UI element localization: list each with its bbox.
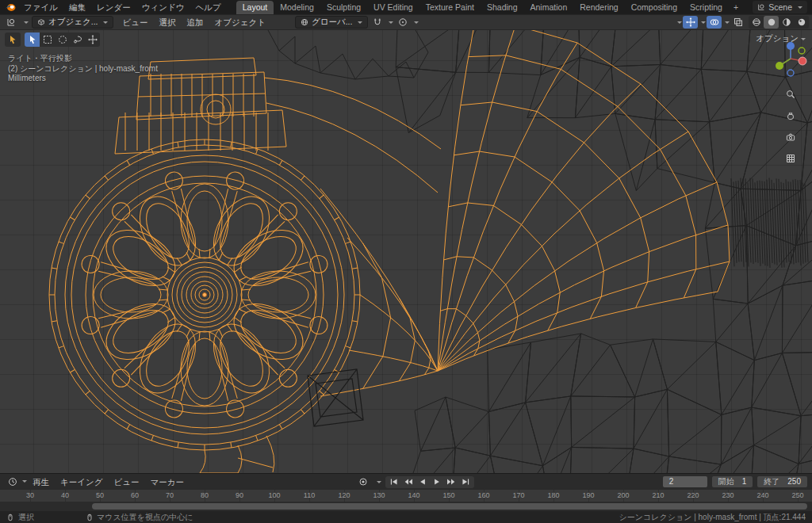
axis-z-neg-ball[interactable] [787,70,794,76]
viewport-menu-item[interactable]: オブジェクト [209,16,270,29]
chevron-down-icon [677,21,682,24]
camera-icon [786,132,795,142]
frame-end-field[interactable]: 終了 250 [757,476,807,487]
frame-tick-label: 80 [201,491,209,499]
xray-toggle[interactable] [730,16,745,29]
active-tool-button[interactable] [5,32,21,47]
timeline-menu-item[interactable]: ビュー [108,475,144,488]
axis-z-ball[interactable] [787,42,795,50]
scrollbar-handle[interactable] [92,503,807,510]
overlays-icon [710,17,719,27]
timeline-menu-item[interactable]: マーカー [144,475,190,488]
chevron-down-icon [725,21,730,24]
frame-tick-label: 100 [268,491,280,499]
frame-tick-label: 90 [236,491,243,499]
frame-tick-label: 180 [547,491,559,499]
orientation-gizmo[interactable] [773,40,808,81]
zoom-button[interactable] [783,86,799,102]
editor-type-button[interactable] [3,16,18,29]
end-value: 250 [787,477,801,486]
current-frame-field[interactable]: 2 [663,476,707,487]
play-reverse-button[interactable] [416,476,430,488]
frame-tick-label: 200 [617,491,629,499]
workspace-tab[interactable]: Texture Paint [419,1,481,14]
topbar-menu-item[interactable]: ヘルプ [190,1,226,13]
frame-tick-label: 230 [722,491,733,499]
playback-controls [355,475,474,488]
pan-button[interactable] [783,108,799,124]
chevron-down-icon [24,21,29,24]
tool-tweak-button[interactable] [25,32,40,47]
timeline-scrollbar[interactable] [0,502,812,511]
axis-y-ball[interactable] [776,62,783,70]
workspace-tab[interactable]: Layout [236,1,274,14]
frame-start-field[interactable]: 開始 1 [712,476,753,487]
timeline-editor-type-button[interactable] [5,475,20,488]
show-overlays-toggle[interactable] [707,16,722,29]
box-select-icon [43,35,52,44]
workspace-tab[interactable]: UV Editing [367,1,419,14]
workspace-tab[interactable]: Scripting [684,1,729,14]
viewport-menu-item[interactable]: 選択 [153,16,181,29]
scene-selector[interactable]: Scene [753,1,807,13]
next-keyframe-button[interactable] [444,476,458,488]
workspace-tab[interactable]: Compositing [625,1,684,14]
auto-keying-toggle[interactable] [355,475,370,488]
workspace-tab[interactable]: Sculpting [320,1,367,14]
topbar: ファイル編集レンダーウィンドウヘルプ LayoutModelingSculpti… [0,0,812,14]
frame-tick-label: 210 [652,491,664,499]
chevron-down-icon [103,21,108,24]
timeline-menu-item[interactable]: キーイング [55,475,108,488]
prev-keyframe-button[interactable] [401,476,416,488]
topbar-menu-item[interactable]: レンダー [91,1,136,13]
add-workspace-button[interactable]: + [729,2,743,12]
camera-view-button[interactable] [783,129,799,145]
shading-material-button[interactable] [779,16,794,29]
proportional-circle-icon [398,17,408,27]
tool-move-button[interactable] [85,32,100,47]
frame-tick-label: 140 [408,491,419,499]
tool-select-box-button[interactable] [40,32,55,47]
topbar-menu-item[interactable]: ファイル [18,1,63,13]
shading-wireframe-button[interactable] [749,16,764,29]
timeline-ruler[interactable]: 3040506070809010011012013014015016017018… [0,489,812,502]
axis-y-neg-ball[interactable] [799,48,805,54]
viewport-3d[interactable]: ライト・平行投影 (2) シーンコレクション | holy-mask_fromt… [0,30,812,473]
workspace-tab[interactable]: Animation [524,1,574,14]
snap-toggle[interactable] [370,16,385,29]
frame-tick-label: 240 [756,491,768,499]
hand-icon [786,111,795,120]
workspace-tab[interactable]: Modeling [274,1,320,14]
viewport-menu-item[interactable]: 追加 [181,16,209,29]
workspace-tab[interactable]: Shading [481,1,524,14]
jump-to-start-button[interactable] [387,476,401,488]
mode-dropdown[interactable]: オブジェク... [32,16,113,29]
gizmo-icon [686,17,695,27]
axis-x-ball[interactable] [799,57,806,65]
clock-icon [8,477,17,487]
viewport-header: オブジェク... ビュー選択追加オブジェクト グローバ... [0,14,812,30]
blender-logo[interactable] [5,2,17,12]
mode-label: オブジェク... [48,17,98,28]
select-tool-group [25,32,100,47]
play-button[interactable] [430,476,444,488]
frame-tick-label: 190 [582,491,594,499]
topbar-menu-item[interactable]: ウィンドウ [136,1,190,13]
solid-sphere-icon [767,17,776,27]
frame-tick-label: 50 [96,491,104,499]
viewport-menu-item[interactable]: ビュー [117,16,153,29]
topbar-menu-item[interactable]: 編集 [63,1,91,13]
timeline-header: 再生キーイングビューマーカー 2 開始 [0,474,812,489]
workspace-tab[interactable]: Rendering [573,1,624,14]
timeline-menu-item[interactable]: 再生 [27,475,55,488]
show-gizmo-toggle[interactable] [683,16,698,29]
tool-select-circle-button[interactable] [55,32,70,47]
orientation-dropdown[interactable]: グローバ... [295,16,369,29]
tool-select-lasso-button[interactable] [70,32,85,47]
jump-to-end-button[interactable] [458,476,473,488]
proportional-editing-toggle[interactable] [395,16,410,29]
wireframe-mesh [0,30,812,473]
ortho-toggle-button[interactable] [783,151,799,166]
shading-solid-button[interactable] [764,16,779,29]
shading-rendered-button[interactable] [794,16,809,29]
